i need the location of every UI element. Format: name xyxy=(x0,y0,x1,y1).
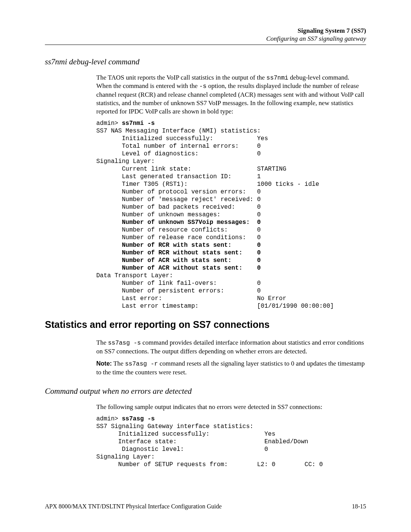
ss7asg-output: admin> ss7asg -s SS7 Signaling Gateway i… xyxy=(96,415,366,468)
section-heading-stats-error: Statistics and error reporting on SS7 co… xyxy=(45,319,366,330)
section3-paragraph: The following sample output indicates th… xyxy=(96,403,366,411)
header-title-bold: Signaling System 7 (SS7) xyxy=(45,27,366,35)
section2-body: The ss7asg -s command provides detailed … xyxy=(96,339,366,377)
footer-right: 18-15 xyxy=(352,503,366,510)
note-a: The xyxy=(112,360,125,367)
code-ss7asg-r: ss7asg -r xyxy=(125,361,158,367)
section1-paragraph: The TAOS unit reports the VoIP call stat… xyxy=(96,73,366,116)
code-ss7asg-s: ss7asg -s xyxy=(108,340,141,347)
ss7nmi-output: admin> ss7nmi -s SS7 NAS Messaging Inter… xyxy=(96,120,366,310)
header-rule xyxy=(45,45,366,45)
section-heading-no-errors: Command output when no errors are detect… xyxy=(45,387,366,396)
footer-left: APX 8000/MAX TNT/DSLTNT Physical Interfa… xyxy=(45,503,222,510)
section1-body: The TAOS unit reports the VoIP call stat… xyxy=(96,73,366,310)
section2-note: Note: The ss7asg -r command resets all t… xyxy=(96,359,366,377)
section-heading-ss7nmi: ss7nmi debug-level command xyxy=(45,57,366,67)
header-title-italic: Configuring an SS7 signaling gateway xyxy=(45,35,366,43)
page: Signaling System 7 (SS7) Configuring an … xyxy=(0,0,411,532)
s2p1a: The xyxy=(96,339,108,346)
note-label: Note: xyxy=(96,360,112,367)
code-ss7nmi: ss7nmi xyxy=(266,75,288,81)
p1a: The TAOS unit reports the VoIP call stat… xyxy=(96,74,266,81)
page-header: Signaling System 7 (SS7) Configuring an … xyxy=(45,27,366,43)
code-dash-s: -s xyxy=(199,83,207,90)
section3-body: The following sample output indicates th… xyxy=(96,403,366,468)
section2-paragraph: The ss7asg -s command provides detailed … xyxy=(96,339,366,356)
page-footer: APX 8000/MAX TNT/DSLTNT Physical Interfa… xyxy=(45,503,366,510)
